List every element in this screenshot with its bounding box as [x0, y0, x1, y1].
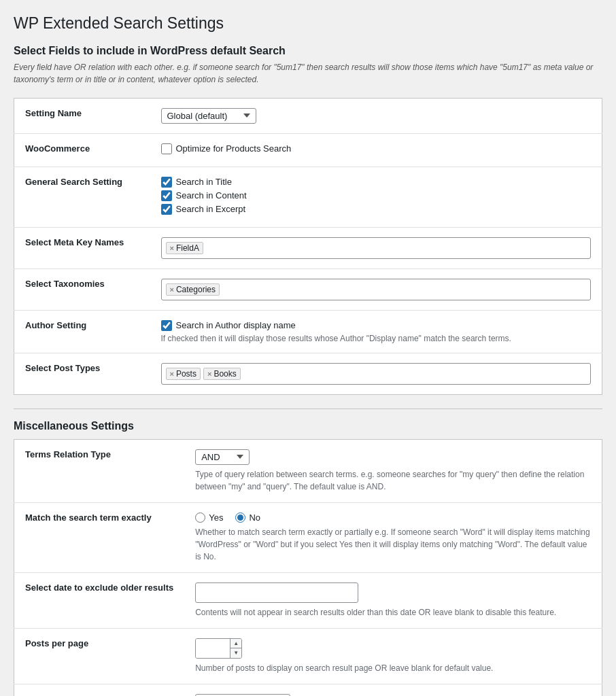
woocommerce-checkbox-label[interactable]: Optimize for Products Search: [176, 143, 292, 154]
posts-per-page-up[interactable]: ▲: [230, 639, 241, 648]
terms-relation-description: Type of query relation between search te…: [195, 468, 591, 493]
search-content-checkbox[interactable]: [161, 190, 172, 201]
meta-key-input[interactable]: × FieldA: [161, 237, 592, 259]
match-exactly-row: Match the search term exactly Yes No Whe…: [14, 502, 602, 572]
search-order-row: Search Results Order Random Relevance Da…: [14, 684, 602, 696]
meta-key-tag-fielda: × FieldA: [166, 242, 203, 254]
search-excerpt-checkbox[interactable]: [161, 204, 172, 215]
match-no-radio[interactable]: [235, 512, 245, 523]
settings-table: Setting Name Global (default) Custom 1 C…: [14, 98, 602, 395]
terms-relation-row: Terms Relation Type AND OR Type of query…: [14, 439, 602, 502]
search-title-label: Search in Title: [176, 177, 232, 187]
posts-per-page-input[interactable]: [196, 639, 230, 658]
setting-name-field: Global (default) Custom 1 Custom 2: [150, 98, 602, 133]
exclude-date-row: Select date to exclude older results Con…: [14, 572, 602, 628]
posts-per-page-row: Posts per page ▲ ▼ Number of posts to di…: [14, 628, 602, 684]
settings-wrap: WP Extended Search Settings Select Field…: [14, 14, 602, 696]
post-types-tag-books-label: Books: [213, 369, 236, 379]
search-content-row: Search in Content: [161, 190, 592, 201]
terms-relation-field: AND OR Type of query relation between se…: [184, 439, 602, 502]
exclude-date-input[interactable]: [195, 582, 358, 603]
post-types-tag-posts-remove[interactable]: ×: [170, 370, 174, 378]
woocommerce-field: Optimize for Products Search: [150, 133, 602, 167]
posts-per-page-label: Posts per page: [14, 628, 185, 684]
setting-name-select[interactable]: Global (default) Custom 1 Custom 2: [161, 108, 256, 124]
match-exactly-label: Match the search term exactly: [14, 502, 185, 572]
exclude-date-field: Contents will not appear in search resul…: [184, 572, 602, 628]
taxonomies-field: × Categories: [150, 268, 602, 310]
search-title-checkbox[interactable]: [161, 177, 172, 188]
post-types-input[interactable]: × Posts × Books: [161, 363, 592, 385]
match-no-label[interactable]: No: [235, 512, 260, 523]
match-yes-radio[interactable]: [195, 512, 205, 523]
taxonomies-tag-categories-label: Categories: [176, 285, 216, 294]
posts-per-page-field: ▲ ▼ Number of posts to display on search…: [184, 628, 602, 684]
page-title: WP Extended Search Settings: [14, 14, 602, 34]
match-exactly-description: Whether to match search term exactly or …: [195, 526, 591, 563]
meta-key-row: Select Meta Key Names × FieldA: [14, 227, 602, 268]
author-description: If checked then it will display those re…: [161, 334, 592, 343]
woocommerce-label: WooCommerce: [14, 133, 150, 167]
search-title-row: Search in Title: [161, 177, 592, 188]
match-no-text: No: [249, 512, 260, 523]
author-setting-label: Author Setting: [14, 310, 150, 353]
post-types-field: × Posts × Books: [150, 353, 602, 394]
misc-settings-table: Terms Relation Type AND OR Type of query…: [14, 439, 602, 696]
taxonomies-label: Select Taxonomies: [14, 268, 150, 310]
post-types-tag-posts-label: Posts: [176, 369, 196, 379]
author-setting-field: Search in Author display name If checked…: [150, 310, 602, 353]
exclude-date-label: Select date to exclude older results: [14, 572, 185, 628]
meta-key-tag-fielda-label: FieldA: [176, 243, 199, 253]
section1-description: Every field have OR relation with each o…: [14, 61, 602, 86]
match-exactly-radios: Yes No: [195, 512, 591, 523]
posts-per-page-spinners: ▲ ▼: [230, 639, 241, 658]
meta-key-label: Select Meta Key Names: [14, 227, 150, 268]
meta-key-field: × FieldA: [150, 227, 602, 268]
search-content-label: Search in Content: [176, 190, 247, 201]
exclude-date-description: Contents will not appear in search resul…: [195, 606, 591, 619]
taxonomies-tag-categories-remove[interactable]: ×: [170, 285, 174, 294]
taxonomies-row: Select Taxonomies × Categories: [14, 268, 602, 310]
author-checkbox-row: Search in Author display name: [161, 320, 592, 331]
section1-title: Select Fields to include in WordPress de…: [14, 45, 602, 57]
author-display-checkbox[interactable]: [161, 320, 172, 331]
search-order-field: Random Relevance Date Title Sort search …: [184, 684, 602, 696]
posts-per-page-down[interactable]: ▼: [230, 648, 241, 658]
woocommerce-checkbox[interactable]: [161, 143, 172, 154]
woocommerce-checkbox-row: Optimize for Products Search: [161, 143, 592, 154]
author-display-label[interactable]: Search in Author display name: [176, 320, 296, 330]
post-types-tag-books-remove[interactable]: ×: [207, 370, 211, 378]
section2-title: Miscellaneous Settings: [14, 408, 602, 432]
search-order-label: Search Results Order: [14, 684, 185, 696]
meta-key-tag-fielda-remove[interactable]: ×: [170, 244, 174, 252]
taxonomies-input[interactable]: × Categories: [161, 279, 592, 300]
terms-relation-label: Terms Relation Type: [14, 439, 185, 502]
search-excerpt-label: Search in Excerpt: [176, 204, 246, 214]
setting-name-row: Setting Name Global (default) Custom 1 C…: [14, 98, 602, 133]
posts-per-page-wrap: ▲ ▼: [195, 638, 242, 659]
taxonomies-tag-categories: × Categories: [166, 283, 220, 296]
post-types-tag-books: × Books: [203, 368, 241, 380]
author-setting-row: Author Setting Search in Author display …: [14, 310, 602, 353]
post-types-tag-posts: × Posts: [166, 368, 201, 380]
woocommerce-row: WooCommerce Optimize for Products Search: [14, 133, 602, 167]
terms-relation-select[interactable]: AND OR: [195, 449, 250, 465]
general-search-label: General Search Setting: [14, 167, 150, 227]
post-types-row: Select Post Types × Posts × Books: [14, 353, 602, 394]
post-types-label: Select Post Types: [14, 353, 150, 394]
match-yes-text: Yes: [209, 512, 223, 523]
posts-per-page-description: Number of posts to display on search res…: [195, 662, 591, 674]
match-exactly-field: Yes No Whether to match search term exac…: [184, 502, 602, 572]
general-search-row: General Search Setting Search in Title S…: [14, 167, 602, 227]
match-yes-label[interactable]: Yes: [195, 512, 223, 523]
search-excerpt-row: Search in Excerpt: [161, 204, 592, 215]
general-search-field: Search in Title Search in Content Search…: [150, 167, 602, 227]
setting-name-label: Setting Name: [14, 98, 150, 133]
